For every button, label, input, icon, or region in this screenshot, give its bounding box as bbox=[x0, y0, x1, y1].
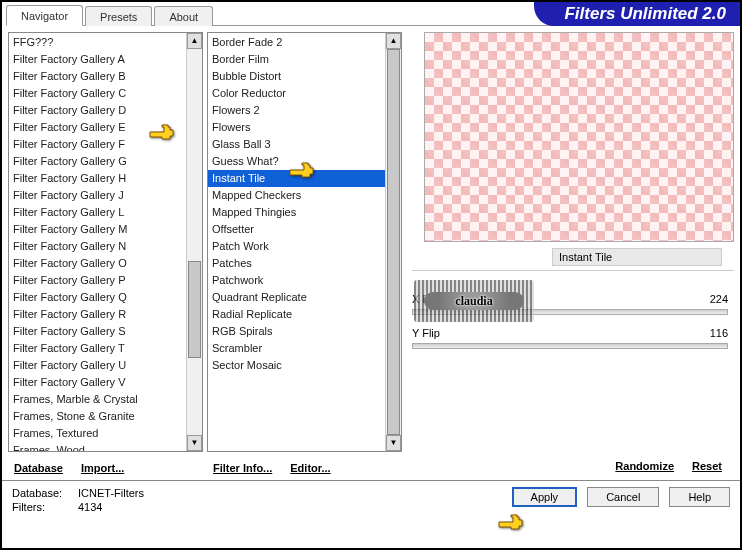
list-item[interactable]: Filter Factory Gallery V bbox=[9, 374, 186, 391]
param-value: 224 bbox=[710, 293, 728, 305]
list-item[interactable]: Quadrant Replicate bbox=[208, 289, 385, 306]
list-item[interactable]: Bubble Distort bbox=[208, 68, 385, 85]
scroll-thumb[interactable] bbox=[387, 49, 400, 435]
list-item[interactable]: Filter Factory Gallery A bbox=[9, 51, 186, 68]
filter-scrollbar[interactable]: ▲ ▼ bbox=[385, 33, 401, 451]
db-label: Database: bbox=[12, 487, 72, 499]
tab-presets[interactable]: Presets bbox=[85, 6, 152, 26]
list-item[interactable]: Filter Factory Gallery C bbox=[9, 85, 186, 102]
list-item[interactable]: Filter Factory Gallery M bbox=[9, 221, 186, 238]
list-item[interactable]: Border Fade 2 bbox=[208, 34, 385, 51]
list-item[interactable]: Radial Replicate bbox=[208, 306, 385, 323]
category-scrollbar[interactable]: ▲ ▼ bbox=[186, 33, 202, 451]
list-item[interactable]: Filter Factory Gallery H bbox=[9, 170, 186, 187]
randomize-button[interactable]: Randomize bbox=[609, 456, 680, 476]
param-value: 116 bbox=[710, 327, 728, 339]
list-item[interactable]: Filter Factory Gallery D bbox=[9, 102, 186, 119]
list-item[interactable]: Filter Factory Gallery J bbox=[9, 187, 186, 204]
list-item[interactable]: Filter Factory Gallery B bbox=[9, 68, 186, 85]
list-item[interactable]: Mapped Checkers bbox=[208, 187, 385, 204]
db-value: ICNET-Filters bbox=[78, 487, 144, 499]
list-item[interactable]: Patchwork bbox=[208, 272, 385, 289]
list-item[interactable]: Patches bbox=[208, 255, 385, 272]
list-item[interactable]: Frames, Marble & Crystal bbox=[9, 391, 186, 408]
watermark: claudia bbox=[414, 280, 534, 322]
window: Filters Unlimited 2.0 Navigator Presets … bbox=[0, 0, 742, 550]
list-item[interactable]: Frames, Stone & Granite bbox=[9, 408, 186, 425]
list-item[interactable]: Scrambler bbox=[208, 340, 385, 357]
database-button[interactable]: Database bbox=[8, 458, 69, 478]
list-item[interactable]: Filter Factory Gallery T bbox=[9, 340, 186, 357]
list-item[interactable]: Sector Mosaic bbox=[208, 357, 385, 374]
list-item[interactable]: Filter Factory Gallery F bbox=[9, 136, 186, 153]
param-name: Y Flip bbox=[412, 327, 440, 339]
app-title-banner: Filters Unlimited 2.0 bbox=[534, 2, 740, 26]
list-item[interactable]: Instant Tile bbox=[208, 170, 385, 187]
scroll-up-icon[interactable]: ▲ bbox=[386, 33, 401, 49]
editor-button[interactable]: Editor... bbox=[284, 458, 336, 478]
list-item[interactable]: Flowers 2 bbox=[208, 102, 385, 119]
list-item[interactable]: Filter Factory Gallery O bbox=[9, 255, 186, 272]
list-item[interactable]: Filter Factory Gallery U bbox=[9, 357, 186, 374]
list-item[interactable]: Filter Factory Gallery S bbox=[9, 323, 186, 340]
help-button[interactable]: Help bbox=[669, 487, 730, 507]
apply-button[interactable]: Apply bbox=[512, 487, 578, 507]
list-item[interactable]: Filter Factory Gallery Q bbox=[9, 289, 186, 306]
tab-about[interactable]: About bbox=[154, 6, 213, 26]
list-item[interactable]: Filter Factory Gallery G bbox=[9, 153, 186, 170]
import-button[interactable]: Import... bbox=[75, 458, 130, 478]
cancel-button[interactable]: Cancel bbox=[587, 487, 659, 507]
category-column: FFG???Filter Factory Gallery AFilter Fac… bbox=[8, 32, 203, 480]
reset-button[interactable]: Reset bbox=[686, 456, 728, 476]
list-item[interactable]: Offsetter bbox=[208, 221, 385, 238]
list-item[interactable]: Mapped Thingies bbox=[208, 204, 385, 221]
list-item[interactable]: FFG??? bbox=[9, 34, 186, 51]
filter-column: Border Fade 2Border FilmBubble DistortCo… bbox=[207, 32, 402, 480]
filters-count-label: Filters: bbox=[12, 501, 72, 513]
list-item[interactable]: Border Film bbox=[208, 51, 385, 68]
list-item[interactable]: Glass Ball 3 bbox=[208, 136, 385, 153]
scroll-down-icon[interactable]: ▼ bbox=[187, 435, 202, 451]
list-item[interactable]: Filter Factory Gallery P bbox=[9, 272, 186, 289]
slider[interactable] bbox=[412, 343, 728, 349]
scroll-thumb[interactable] bbox=[188, 261, 201, 358]
list-item[interactable]: Color Reductor bbox=[208, 85, 385, 102]
watermark-text: claudia bbox=[455, 294, 492, 309]
filter-info-button[interactable]: Filter Info... bbox=[207, 458, 278, 478]
list-item[interactable]: Frames, Textured bbox=[9, 425, 186, 442]
current-filter-label: Instant Tile bbox=[552, 248, 722, 266]
preview-column: Instant Tile X Flip224Y Flip116 Randomiz… bbox=[412, 32, 734, 480]
list-item[interactable]: Frames, Wood bbox=[9, 442, 186, 451]
scroll-up-icon[interactable]: ▲ bbox=[187, 33, 202, 49]
list-item[interactable]: Flowers bbox=[208, 119, 385, 136]
filters-count-value: 4134 bbox=[78, 501, 102, 513]
list-item[interactable]: Filter Factory Gallery R bbox=[9, 306, 186, 323]
list-item[interactable]: RGB Spirals bbox=[208, 323, 385, 340]
category-listbox[interactable]: FFG???Filter Factory Gallery AFilter Fac… bbox=[8, 32, 203, 452]
preview-image bbox=[424, 32, 734, 242]
scroll-down-icon[interactable]: ▼ bbox=[386, 435, 401, 451]
list-item[interactable]: Filter Factory Gallery L bbox=[9, 204, 186, 221]
list-item[interactable]: Guess What? bbox=[208, 153, 385, 170]
list-item[interactable]: Patch Work bbox=[208, 238, 385, 255]
tab-navigator[interactable]: Navigator bbox=[6, 5, 83, 26]
list-item[interactable]: Filter Factory Gallery N bbox=[9, 238, 186, 255]
content-area: FFG???Filter Factory Gallery AFilter Fac… bbox=[2, 26, 740, 480]
list-item[interactable]: Filter Factory Gallery E bbox=[9, 119, 186, 136]
filter-listbox[interactable]: Border Fade 2Border FilmBubble DistortCo… bbox=[207, 32, 402, 452]
footer: Database: ICNET-Filters Filters: 4134 Ap… bbox=[2, 480, 740, 517]
